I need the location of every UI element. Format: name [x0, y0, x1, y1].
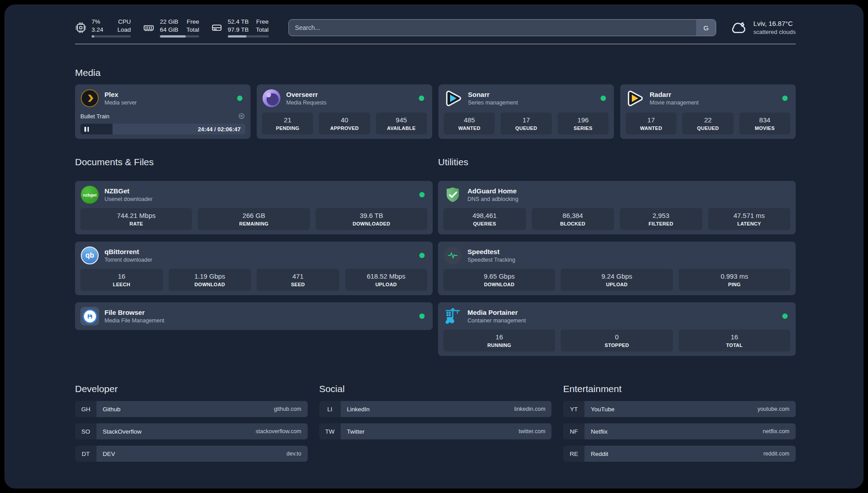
- radarr-card[interactable]: Radarr Movie management 17WANTED 22QUEUE…: [620, 84, 796, 139]
- stat-tile: 0.993 msPING: [679, 269, 790, 291]
- status-dot: [419, 96, 424, 101]
- status-dot: [419, 313, 425, 319]
- bookmark-domain: reddit.com: [764, 451, 789, 457]
- app-description: Series management: [468, 99, 518, 106]
- memory-labels: FreeTotal: [186, 18, 199, 33]
- adguard-card[interactable]: AdGuard Home DNS and adblocking 498,461Q…: [438, 181, 796, 234]
- qbittorrent-card[interactable]: qb qBittorrent Torrent downloader 16LEEC…: [75, 242, 433, 295]
- stat-tile: 485WANTED: [444, 113, 495, 134]
- app-description: Media File Management: [104, 317, 164, 324]
- filebrowser-icon: [80, 307, 99, 326]
- stat-tile: 1.19 GbpsDOWNLOAD: [169, 269, 251, 291]
- speedtest-icon: [443, 246, 462, 265]
- weather-widget: Lviv, 16.87°C scattered clouds: [730, 19, 796, 37]
- disk-values: 52.4 TB97.9 TB: [228, 18, 249, 33]
- bookmark-name: Github: [103, 406, 121, 413]
- bookmark-name: DEV: [103, 451, 115, 457]
- app-name: AdGuard Home: [467, 187, 518, 196]
- app-description: DNS and adblocking: [467, 196, 518, 203]
- bookmark-domain: github.com: [274, 406, 301, 412]
- documents-column: Documents & Files nzbget NZBGet Usenet d…: [75, 157, 433, 356]
- stat-tile: 22QUEUED: [682, 113, 733, 134]
- search-input[interactable]: [288, 19, 717, 36]
- portainer-card[interactable]: Media Portainer Container management 16R…: [438, 302, 796, 356]
- cpu-values: 7%3.24: [92, 18, 103, 33]
- bookmark-domain: dev.to: [287, 451, 301, 457]
- disk-resource-widget: 52.4 TB97.9 TB FreeTotal: [211, 18, 269, 38]
- stat-tile: 196SERIES: [558, 113, 609, 134]
- bookmark-netflix[interactable]: NF Netflixnetflix.com: [563, 423, 796, 439]
- stat-tile: 945AVAILABLE: [376, 113, 427, 134]
- app-name: Overseerr: [286, 90, 326, 99]
- nzbget-card[interactable]: nzbget NZBGet Usenet downloader 744.21 M…: [75, 181, 433, 234]
- weather-condition: scattered clouds: [753, 28, 796, 36]
- nzbget-icon: nzbget: [80, 185, 99, 204]
- bookmark-abbr: DT: [75, 446, 96, 462]
- app-description: Media server: [104, 99, 137, 106]
- bookmark-name: LinkedIn: [347, 406, 370, 413]
- header-divider: [75, 44, 796, 44]
- bookmark-stackoverflow[interactable]: SO StackOverflowstackoverflow.com: [75, 423, 308, 439]
- stat-tile: 834MOVIES: [739, 113, 790, 134]
- bookmark-domain: stackoverflow.com: [256, 428, 301, 435]
- bookmark-domain: linkedin.com: [514, 406, 545, 412]
- cloud-icon: [730, 19, 747, 37]
- app-description: Speedtest Tracking: [467, 256, 515, 263]
- sonarr-card[interactable]: Sonarr Series management 485WANTED 17QUE…: [438, 84, 614, 139]
- bookmark-abbr: TW: [319, 423, 341, 439]
- app-name: Media Portainer: [467, 308, 526, 317]
- bookmark-name: Netflix: [591, 428, 608, 435]
- speedtest-card[interactable]: Speedtest Speedtest Tracking 9.65 GbpsDO…: [438, 242, 796, 295]
- status-dot: [601, 96, 606, 101]
- now-playing-title: Bullet Train: [80, 113, 109, 120]
- overseerr-card[interactable]: Overseerr Media Requests 21PENDING 40APP…: [257, 84, 432, 139]
- bookmark-name: StackOverflow: [103, 428, 142, 435]
- bookmark-dev[interactable]: DT DEVdev.to: [75, 446, 308, 462]
- app-name: qBittorrent: [104, 247, 152, 256]
- stat-tile: 2,953FILTERED: [620, 208, 702, 230]
- playback-time: 24:44 / 02:06:47: [198, 126, 241, 133]
- bookmark-youtube[interactable]: YT YouTubeyoutube.com: [563, 401, 796, 417]
- social-column: Social LI LinkedInlinkedin.com TW Twitte…: [319, 384, 552, 462]
- bookmark-name: Twitter: [347, 428, 365, 435]
- stat-tile: 9.24 GbpsUPLOAD: [561, 269, 672, 291]
- app-description: Container management: [467, 317, 526, 324]
- bookmark-github[interactable]: GH Githubgithub.com: [75, 401, 308, 417]
- bookmark-linkedin[interactable]: LI LinkedInlinkedin.com: [319, 401, 552, 417]
- app-description: Torrent downloader: [104, 256, 152, 263]
- stat-tile: 618.52 MbpsUPLOAD: [345, 269, 428, 291]
- app-description: Movie management: [650, 99, 699, 106]
- bookmark-reddit[interactable]: RE Redditreddit.com: [563, 446, 796, 462]
- stat-tile: 744.21 MbpsRATE: [80, 208, 192, 230]
- section-title-developer: Developer: [75, 384, 308, 394]
- dashboard: 7%3.24 CPULoad: [4, 4, 864, 489]
- search-bar: G: [288, 19, 717, 36]
- pause-icon: [84, 127, 89, 132]
- section-title-utilities: Utilities: [438, 157, 796, 167]
- cpu-labels: CPULoad: [117, 18, 131, 33]
- entertainment-column: Entertainment YT YouTubeyoutube.com NF N…: [563, 384, 796, 462]
- developer-column: Developer GH Githubgithub.com SO StackOv…: [75, 384, 308, 462]
- bookmark-abbr: NF: [563, 423, 584, 439]
- stat-tile: 0STOPPED: [561, 330, 672, 351]
- overseerr-icon: [262, 89, 281, 108]
- disk-icon: [211, 22, 223, 33]
- stat-tile: 21PENDING: [262, 113, 313, 134]
- filebrowser-card[interactable]: File Browser Media File Management: [75, 302, 433, 330]
- media-grid: Plex Media server Bullet Train 24:44 / 0…: [75, 84, 796, 139]
- memory-resource-widget: 22 GiB64 GiB FreeTotal: [142, 18, 199, 38]
- bookmark-twitter[interactable]: TW Twittertwitter.com: [319, 423, 552, 439]
- app-description: Usenet downloader: [104, 196, 153, 203]
- plex-card[interactable]: Plex Media server Bullet Train 24:44 / 0…: [75, 84, 250, 139]
- stat-tile: 47.571 msLATENCY: [708, 208, 791, 230]
- header: 7%3.24 CPULoad: [75, 4, 796, 38]
- stat-tile: 17WANTED: [626, 113, 676, 134]
- adguard-icon: [443, 185, 462, 204]
- section-title-media: Media: [75, 67, 796, 78]
- cpu-resource-widget: 7%3.24 CPULoad: [75, 18, 131, 38]
- stat-tile: 471SEED: [257, 269, 339, 291]
- disk-progress-bar: [228, 35, 269, 38]
- utilities-column: Utilities AdGuard Home DNS and adblockin…: [438, 157, 796, 356]
- search-engine-button[interactable]: G: [696, 20, 716, 36]
- section-title-social: Social: [319, 384, 552, 394]
